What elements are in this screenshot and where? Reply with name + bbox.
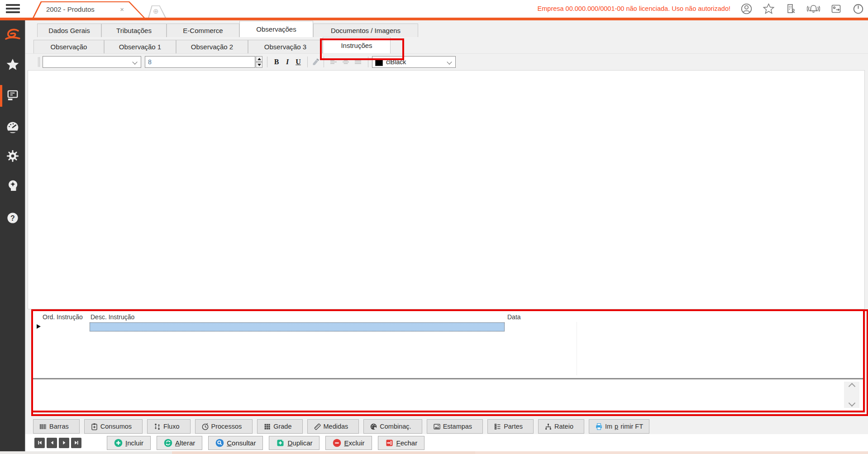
- image-icon: [433, 423, 441, 430]
- incluir-button[interactable]: Incluir: [107, 436, 151, 450]
- chevron-down-icon: [132, 59, 137, 64]
- sidebar-item-help[interactable]: ?: [0, 207, 25, 229]
- button-label: Im: [605, 423, 612, 430]
- scroll-up-icon[interactable]: [848, 383, 855, 390]
- nav-next-button[interactable]: [59, 438, 69, 448]
- grid-col-data: Data: [507, 313, 521, 321]
- button-accel: A: [175, 439, 180, 447]
- stepper-up-button[interactable]: [256, 56, 262, 62]
- logout-user-icon[interactable]: [830, 3, 842, 15]
- refresh-icon: [164, 439, 172, 447]
- button-label: Grade: [273, 423, 291, 430]
- button-accel: p: [615, 423, 618, 430]
- sidebar-item-settings[interactable]: [0, 145, 25, 167]
- align-center-icon: [342, 58, 350, 64]
- nav-previous-button[interactable]: [47, 438, 57, 448]
- highlighter-button[interactable]: [311, 57, 320, 67]
- tab-observacao-3[interactable]: Observação 3: [248, 40, 323, 53]
- button-label: Barras: [49, 423, 69, 430]
- grade-button[interactable]: Grade: [257, 419, 302, 434]
- sidebar-item-registrations[interactable]: [0, 84, 25, 106]
- clock-icon: [201, 423, 209, 430]
- button-accel: D: [287, 439, 292, 447]
- new-tab-button[interactable]: ⊕: [148, 5, 166, 18]
- barcode-icon: [39, 423, 47, 430]
- previous-record-icon: [49, 440, 55, 445]
- excluir-button[interactable]: Excluir: [325, 436, 372, 450]
- sidebar-item-favorites[interactable]: [0, 54, 25, 76]
- fluxo-button[interactable]: Fluxo: [147, 419, 190, 434]
- alterar-button[interactable]: Alterar: [157, 436, 202, 450]
- fechar-button[interactable]: Fechar: [378, 436, 425, 450]
- button-label: xcluir: [349, 439, 365, 447]
- bold-button[interactable]: B: [271, 58, 282, 66]
- align-left-button[interactable]: [330, 58, 338, 66]
- record-actions-bar: Incluir Alterar Consultar Duplicar Exclu…: [25, 434, 868, 451]
- align-center-button[interactable]: [342, 58, 350, 66]
- tab-observacao-2[interactable]: Observação 2: [176, 40, 248, 53]
- tab-observacoes[interactable]: Observações: [239, 21, 313, 37]
- sidebar-item-assistant[interactable]: [0, 174, 25, 196]
- button-label: onsultar: [232, 439, 256, 447]
- imprimir-ft-button[interactable]: Imprimir FT: [589, 419, 649, 434]
- button-label: Fluxo: [163, 423, 179, 430]
- partes-button[interactable]: Partes: [487, 419, 534, 434]
- selected-grid-cell[interactable]: [90, 322, 505, 331]
- medidas-button[interactable]: Medidas: [307, 419, 359, 434]
- underline-button[interactable]: U: [293, 58, 304, 66]
- power-icon[interactable]: [852, 3, 864, 15]
- richtext-editor-area[interactable]: [28, 70, 865, 309]
- sidebar-item-dashboard[interactable]: [0, 117, 25, 138]
- nav-first-button[interactable]: [34, 438, 45, 448]
- barras-button[interactable]: Barras: [33, 419, 80, 434]
- favorite-star-icon[interactable]: [763, 3, 775, 15]
- combinacoes-button[interactable]: Combinaç.: [363, 419, 422, 434]
- grid-memo-splitter[interactable]: [33, 378, 863, 379]
- scroll-down-icon[interactable]: [848, 400, 855, 407]
- instructions-grid-panel: Ord. Instrução Desc. Instrução Data: [31, 309, 865, 412]
- tab-observacao-1[interactable]: Observação 1: [104, 40, 176, 53]
- align-right-button[interactable]: [354, 58, 362, 66]
- exit-icon: [385, 439, 394, 447]
- notifications-bell-icon[interactable]: [807, 3, 820, 15]
- company-building-icon[interactable]: [785, 3, 797, 15]
- button-label: uplicar: [292, 439, 312, 447]
- consultar-button[interactable]: Consultar: [208, 436, 263, 450]
- font-family-select[interactable]: [43, 56, 141, 68]
- stepper-down-button[interactable]: [256, 62, 262, 68]
- italic-button[interactable]: I: [282, 58, 293, 66]
- processos-button[interactable]: Processos: [195, 419, 253, 434]
- tab-ecommerce[interactable]: E-Commerce: [167, 24, 239, 37]
- rateio-button[interactable]: Rateio: [538, 419, 584, 434]
- user-icon[interactable]: [740, 3, 753, 15]
- button-label: Rateio: [554, 423, 573, 430]
- close-tab-icon[interactable]: ×: [120, 5, 124, 13]
- duplicar-button[interactable]: Duplicar: [269, 436, 320, 450]
- memo-scrollbar[interactable]: [844, 382, 859, 408]
- sidebar-logo[interactable]: [0, 24, 25, 46]
- button-label: Combinaç.: [380, 423, 411, 430]
- head-gear-icon: [6, 178, 19, 192]
- toolbar-separator: [324, 57, 324, 67]
- hamburger-menu-icon[interactable]: [6, 4, 20, 14]
- main-content: Dados Gerais Tributações E-Commerce Obse…: [25, 20, 868, 454]
- tab-tributacoes[interactable]: Tributações: [101, 24, 167, 37]
- new-tab-plus-icon: ⊕: [153, 7, 159, 15]
- last-record-icon: [74, 440, 79, 445]
- document-tab[interactable]: 2002 - Produtos ×: [33, 1, 145, 18]
- tab-dados-gerais[interactable]: Dados Gerais: [37, 24, 101, 37]
- font-color-value: clBlack: [386, 58, 406, 66]
- record-nav-group: [34, 438, 83, 448]
- tab-observacao[interactable]: Observação: [33, 40, 104, 53]
- font-color-select[interactable]: clBlack: [372, 56, 456, 68]
- font-size-stepper[interactable]: 8: [145, 56, 255, 68]
- grid-column-divider: [577, 322, 577, 375]
- nav-last-button[interactable]: [71, 438, 81, 448]
- tab-instrucoes[interactable]: Instruções: [323, 37, 391, 53]
- button-accel: C: [227, 439, 232, 447]
- tab-documentos-imagens[interactable]: Documentos / Imagens: [313, 24, 418, 37]
- grid-col-desc: Desc. Instrução: [91, 313, 134, 321]
- consumos-button[interactable]: Consumos: [84, 419, 143, 434]
- estampas-button[interactable]: Estampas: [427, 419, 483, 434]
- app-window: 2002 - Produtos × ⊕ Empresa 00.000.000/0…: [0, 0, 868, 454]
